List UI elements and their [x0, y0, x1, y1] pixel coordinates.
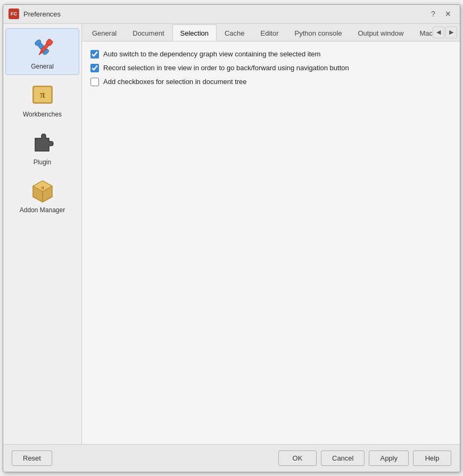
content-area: General Document Selection Cache Editor	[82, 24, 460, 444]
reset-button[interactable]: Reset	[12, 450, 52, 466]
main-content: General π Workbenches	[3, 24, 460, 444]
svg-marker-5	[38, 51, 42, 55]
apply-button[interactable]: Apply	[369, 450, 409, 466]
option-add-checkboxes-row: Add checkboxes for selection in document…	[90, 78, 451, 86]
tab-output-window[interactable]: Output window	[350, 24, 411, 41]
sidebar-plugin-label: Plugin	[34, 158, 51, 166]
workbenches-icon: π	[29, 81, 56, 108]
tab-python-console[interactable]: Python console	[287, 24, 350, 41]
option-record-selection-checkbox[interactable]	[90, 64, 99, 72]
titlebar: FC Preferences ? ✕	[3, 5, 460, 24]
tab-macro[interactable]: Macro	[411, 24, 432, 41]
help-button[interactable]: ?	[427, 7, 440, 20]
tab-general[interactable]: General	[84, 24, 125, 41]
svg-text:π: π	[40, 89, 45, 100]
sidebar-workbenches-label: Workbenches	[23, 111, 62, 118]
window-controls: ? ✕	[427, 7, 454, 20]
tab-cache[interactable]: Cache	[217, 24, 253, 41]
footer: Reset OK Cancel Apply Help	[3, 444, 460, 472]
sidebar: General π Workbenches	[3, 24, 82, 444]
close-button[interactable]: ✕	[442, 7, 454, 20]
footer-left: Reset	[12, 450, 274, 466]
tab-selection[interactable]: Selection	[172, 24, 217, 41]
general-icon	[29, 33, 56, 61]
tabs-container: General Document Selection Cache Editor	[82, 24, 460, 41]
tab-document[interactable]: Document	[125, 24, 172, 41]
ok-button[interactable]: OK	[278, 450, 317, 466]
option-auto-switch-checkbox[interactable]	[90, 50, 99, 59]
option-record-selection-label[interactable]: Record selection in tree view in order t…	[103, 64, 349, 72]
sidebar-item-workbenches[interactable]: π Workbenches	[5, 76, 79, 123]
help-footer-button[interactable]: Help	[413, 450, 451, 466]
option-record-selection-row: Record selection in tree view in order t…	[90, 64, 451, 72]
tab-content-selection: Auto switch to the dependency graph view…	[82, 41, 460, 444]
plugin-icon	[29, 129, 56, 156]
sidebar-item-addon[interactable]: π Addon Manager	[5, 172, 79, 219]
addon-icon: π	[29, 177, 56, 204]
app-icon: FC	[9, 9, 19, 19]
svg-text:π: π	[41, 185, 44, 190]
sidebar-item-general[interactable]: General	[5, 28, 79, 75]
option-auto-switch-label[interactable]: Auto switch to the dependency graph view…	[103, 50, 320, 58]
sidebar-addon-label: Addon Manager	[20, 206, 65, 214]
footer-right: OK Cancel Apply Help	[278, 450, 451, 466]
option-add-checkboxes-label[interactable]: Add checkboxes for selection in document…	[103, 78, 247, 86]
tab-nav-next[interactable]: ▶	[445, 27, 457, 38]
window-title: Preferences	[23, 10, 427, 18]
preferences-window: FC Preferences ? ✕	[3, 4, 460, 472]
sidebar-item-plugin[interactable]: Plugin	[5, 124, 79, 171]
option-add-checkboxes-checkbox[interactable]	[90, 78, 99, 86]
tabs-list: General Document Selection Cache Editor	[84, 24, 432, 41]
cancel-button[interactable]: Cancel	[321, 450, 365, 466]
tab-nav-prev[interactable]: ◀	[433, 27, 444, 38]
option-auto-switch-row: Auto switch to the dependency graph view…	[90, 50, 451, 59]
sidebar-general-label: General	[31, 63, 54, 70]
tab-editor[interactable]: Editor	[253, 24, 287, 41]
